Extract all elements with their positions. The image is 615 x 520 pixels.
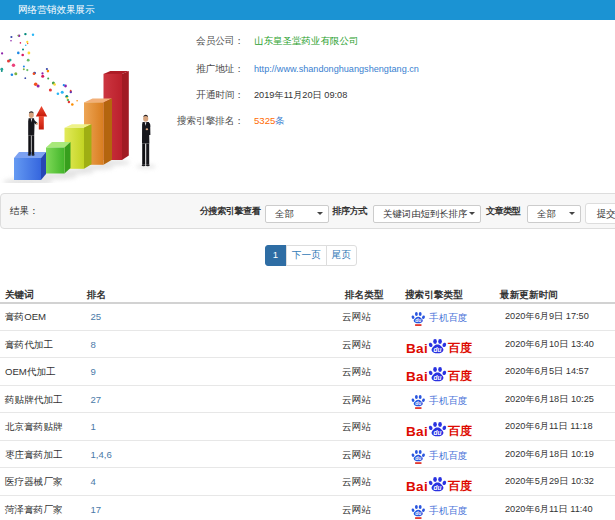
svg-text:du: du [434,346,442,353]
svg-text:du: du [434,484,442,491]
svg-text:du: du [415,511,421,516]
svg-text:du: du [415,318,421,323]
svg-text:du: du [415,401,421,406]
svg-text:du: du [415,456,421,461]
svg-text:du: du [434,429,442,436]
svg-text:du: du [434,374,442,381]
